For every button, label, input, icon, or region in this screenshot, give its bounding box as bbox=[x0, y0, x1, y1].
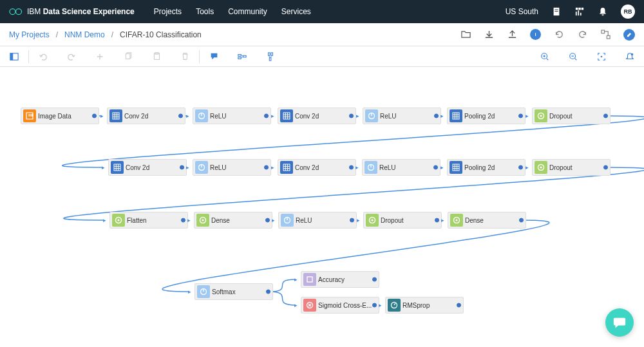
flow-node-n_fl[interactable]: ▸Flatten bbox=[109, 212, 188, 229]
flow-node-n_sm[interactable]: ▸Softmax bbox=[194, 283, 273, 300]
flow-node-n_de2[interactable]: ▸Dense bbox=[448, 212, 526, 229]
flow-node-n_de1[interactable]: ▸Dense bbox=[194, 212, 272, 229]
output-port[interactable] bbox=[180, 165, 184, 170]
output-port[interactable] bbox=[518, 165, 523, 170]
flow-node-n_acc[interactable]: ▸Accuracy bbox=[301, 271, 379, 288]
upload-icon[interactable] bbox=[507, 30, 517, 40]
svg-rect-53 bbox=[307, 277, 312, 282]
node-label: Softmax bbox=[212, 288, 272, 295]
nav-links: Projects Tools Community Services bbox=[154, 7, 311, 16]
notifications-icon[interactable] bbox=[616, 46, 644, 67]
output-port[interactable] bbox=[603, 165, 608, 170]
breadcrumb-root[interactable]: My Projects bbox=[9, 30, 50, 39]
chat-button[interactable] bbox=[605, 308, 634, 337]
node-label: Conv 2d bbox=[295, 113, 355, 120]
nav-link-community[interactable]: Community bbox=[228, 7, 267, 16]
undo-icon[interactable] bbox=[29, 46, 57, 67]
flow-node-n_rms[interactable]: ▸RMSprop bbox=[385, 297, 464, 314]
output-port[interactable] bbox=[181, 218, 185, 223]
nav-link-services[interactable]: Services bbox=[281, 7, 311, 16]
node-label: Dropout bbox=[381, 217, 441, 224]
output-port[interactable] bbox=[349, 165, 354, 170]
copy-icon[interactable] bbox=[114, 46, 142, 67]
arrange-v-icon[interactable] bbox=[256, 46, 285, 67]
output-port[interactable] bbox=[266, 290, 270, 294]
bell-icon[interactable] bbox=[598, 6, 608, 17]
node-type-icon bbox=[280, 109, 293, 122]
flow-node-n_img[interactable]: Image Data bbox=[21, 108, 99, 124]
output-port[interactable] bbox=[264, 114, 269, 118]
flow-node-n_d2[interactable]: ▸Dropout bbox=[532, 159, 611, 176]
output-port[interactable] bbox=[457, 303, 461, 308]
svg-rect-31 bbox=[283, 113, 290, 119]
output-port[interactable] bbox=[434, 114, 439, 118]
arrange-h-icon[interactable] bbox=[228, 46, 256, 67]
flow-node-n_c3[interactable]: ▸Conv 2d bbox=[108, 159, 187, 176]
user-avatar[interactable]: RB bbox=[621, 5, 635, 19]
flow-node-n_sce[interactable]: ▸Sigmoid Cross-E... bbox=[301, 297, 379, 314]
flow-node-n_d1[interactable]: ▸Dropout bbox=[532, 108, 611, 124]
output-port[interactable] bbox=[518, 114, 523, 118]
breadcrumb-project[interactable]: NNM Demo bbox=[64, 30, 105, 39]
output-port[interactable] bbox=[265, 218, 270, 223]
flow-node-n_r1[interactable]: ▸ReLU bbox=[193, 108, 271, 124]
paste-icon[interactable] bbox=[142, 46, 171, 67]
output-port[interactable] bbox=[92, 114, 97, 118]
output-port[interactable] bbox=[433, 165, 438, 170]
flow-node-n_r2[interactable]: ▸ReLU bbox=[363, 108, 441, 124]
flow-node-n_c1[interactable]: ▸Conv 2d bbox=[107, 108, 185, 124]
document-icon[interactable] bbox=[551, 6, 562, 17]
output-port[interactable] bbox=[372, 303, 377, 308]
node-type-icon bbox=[303, 273, 316, 286]
svg-point-1 bbox=[16, 9, 22, 15]
info-icon[interactable]: i bbox=[530, 29, 541, 40]
flow-node-n_r5[interactable]: ▸ReLU bbox=[278, 212, 357, 229]
svg-rect-23 bbox=[271, 52, 273, 55]
svg-point-51 bbox=[456, 220, 458, 221]
comment-icon[interactable] bbox=[200, 46, 228, 67]
svg-rect-38 bbox=[283, 164, 290, 171]
refresh-cw-icon[interactable] bbox=[577, 30, 587, 40]
node-type-icon bbox=[450, 214, 463, 227]
zoom-in-icon[interactable] bbox=[531, 46, 559, 67]
redo-icon[interactable] bbox=[57, 46, 86, 67]
delete-icon[interactable] bbox=[171, 46, 199, 67]
refresh-ccw-icon[interactable] bbox=[554, 30, 564, 40]
region-selector[interactable]: US South bbox=[506, 7, 538, 16]
node-type-icon bbox=[535, 161, 547, 174]
node-label: ReLU bbox=[380, 113, 440, 120]
flow-node-n_c4[interactable]: ▸Conv 2d bbox=[278, 159, 356, 176]
flow-icon[interactable] bbox=[600, 30, 611, 40]
sidebar-toggle-icon[interactable] bbox=[0, 46, 28, 67]
folder-icon[interactable] bbox=[460, 30, 471, 40]
output-port[interactable] bbox=[178, 114, 183, 118]
output-port[interactable] bbox=[372, 277, 377, 282]
zoom-out-icon[interactable] bbox=[559, 46, 587, 67]
nav-right: US South RB bbox=[506, 5, 635, 19]
flow-node-n_p2[interactable]: ▸Pooling 2d bbox=[447, 159, 526, 176]
node-type-icon bbox=[388, 299, 401, 312]
node-label: RMSprop bbox=[402, 302, 463, 309]
nav-link-tools[interactable]: Tools bbox=[196, 7, 214, 16]
output-port[interactable] bbox=[350, 218, 354, 223]
node-type-icon bbox=[535, 109, 547, 122]
output-port[interactable] bbox=[264, 165, 269, 170]
flow-node-n_r4[interactable]: ▸ReLU bbox=[362, 159, 440, 176]
chart-icon[interactable] bbox=[574, 6, 585, 17]
add-icon[interactable] bbox=[86, 46, 114, 67]
fit-icon[interactable] bbox=[587, 46, 616, 67]
download-icon[interactable] bbox=[484, 30, 494, 40]
flow-node-n_r3[interactable]: ▸ReLU bbox=[193, 159, 271, 176]
node-type-icon bbox=[365, 109, 378, 122]
logo[interactable]: IBM Data Science Experience bbox=[9, 7, 135, 16]
flow-node-n_c2[interactable]: ▸Conv 2d bbox=[278, 108, 356, 124]
output-port[interactable] bbox=[435, 218, 439, 223]
nav-link-projects[interactable]: Projects bbox=[154, 7, 182, 16]
output-port[interactable] bbox=[519, 218, 524, 223]
flow-node-n_d3[interactable]: ▸Dropout bbox=[363, 212, 442, 229]
output-port[interactable] bbox=[603, 114, 608, 118]
output-port[interactable] bbox=[349, 114, 354, 118]
edit-icon[interactable] bbox=[623, 29, 635, 41]
flow-canvas[interactable]: Image Data▸Conv 2d▸ReLU▸Conv 2d▸ReLU▸Poo… bbox=[0, 67, 644, 347]
flow-node-n_p1[interactable]: ▸Pooling 2d bbox=[447, 108, 526, 124]
